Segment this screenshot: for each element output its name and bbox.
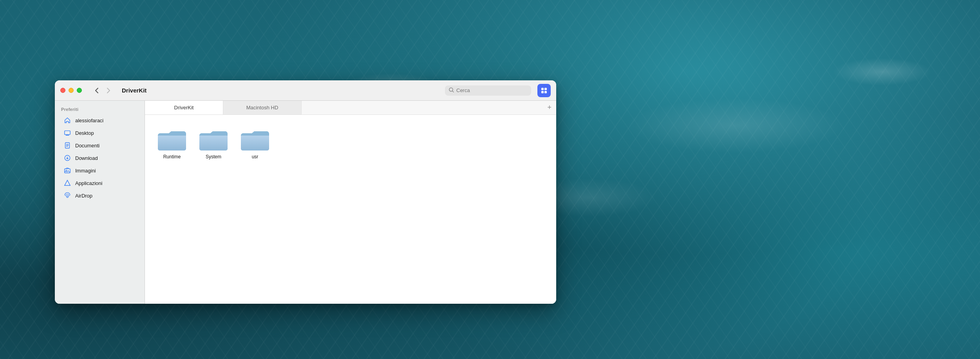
title-bar: DriverKit (55, 80, 556, 101)
file-name-runtime: Runtime (163, 154, 181, 160)
search-bar[interactable] (445, 85, 531, 96)
apps-icon (63, 179, 71, 187)
sidebar-item-label-applicazioni: Applicazioni (75, 180, 102, 186)
maximize-button[interactable] (77, 88, 82, 93)
svg-rect-2 (544, 88, 547, 90)
nav-buttons (91, 85, 114, 96)
sidebar-item-desktop[interactable]: Desktop (57, 127, 142, 139)
svg-rect-14 (199, 134, 228, 150)
sidebar-item-immagini[interactable]: Immagini (57, 164, 142, 177)
traffic-lights (60, 88, 82, 93)
sidebar-item-documenti[interactable]: Documenti (57, 139, 142, 152)
content-area: Runtime System usr (145, 115, 556, 304)
airdrop-icon (63, 192, 71, 199)
file-item-system[interactable]: System (196, 124, 231, 164)
folder-icon-runtime (158, 128, 186, 152)
path-bar: DriverKitMacintosh HD + (145, 101, 556, 115)
sidebar-item-label-alessiofaraci: alessiofaraci (75, 118, 103, 123)
download-icon (63, 154, 71, 162)
sidebar-item-label-airdrop: AirDrop (75, 193, 92, 199)
file-name-usr: usr (252, 154, 259, 160)
svg-rect-5 (65, 131, 70, 135)
sidebar-item-label-download: Download (75, 155, 98, 161)
grid-view-button[interactable] (537, 84, 551, 97)
sidebar-item-label-immagini: Immagini (75, 168, 96, 174)
add-tab-button[interactable]: + (542, 101, 556, 114)
sidebar-item-download[interactable]: Download (57, 152, 142, 164)
home-icon (63, 116, 71, 124)
desktop-icon (63, 129, 71, 137)
folder-icon-usr (241, 128, 269, 152)
sidebar-item-applicazioni[interactable]: Applicazioni (57, 177, 142, 189)
search-icon (449, 87, 454, 94)
sidebar-item-label-documenti: Documenti (75, 143, 99, 149)
sidebar-section-label: Preferiti (55, 105, 145, 114)
folder-icon-system (199, 128, 228, 152)
svg-rect-16 (241, 134, 269, 150)
sidebar-item-label-desktop: Desktop (75, 130, 94, 136)
svg-point-9 (66, 170, 67, 171)
svg-point-10 (67, 196, 69, 198)
sidebar-item-alessiofaraci[interactable]: alessiofaraci (57, 114, 142, 127)
svg-rect-1 (541, 88, 544, 90)
file-name-system: System (206, 154, 221, 160)
forward-button[interactable] (103, 85, 114, 96)
window-title: DriverKit (122, 87, 442, 94)
path-tabs: DriverKitMacintosh HD (145, 101, 542, 114)
finder-window: DriverKit Preferiti (55, 80, 556, 304)
file-item-usr[interactable]: usr (237, 124, 273, 164)
sidebar-items: alessiofaraci Desktop Documenti Download… (55, 114, 145, 202)
file-item-runtime[interactable]: Runtime (154, 124, 190, 164)
search-input[interactable] (456, 87, 519, 93)
window-body: Preferiti alessiofaraci Desktop Document… (55, 101, 556, 304)
main-content: DriverKitMacintosh HD + Runtime System (145, 101, 556, 304)
svg-rect-3 (541, 91, 544, 93)
file-grid: Runtime System usr (154, 124, 547, 164)
document-icon (63, 141, 71, 149)
sidebar-item-airdrop[interactable]: AirDrop (57, 189, 142, 202)
images-icon (63, 167, 71, 174)
svg-rect-4 (544, 91, 547, 93)
minimize-button[interactable] (69, 88, 74, 93)
close-button[interactable] (60, 88, 65, 93)
tab-driverkit[interactable]: DriverKit (145, 101, 223, 114)
back-button[interactable] (91, 85, 102, 96)
sidebar: Preferiti alessiofaraci Desktop Document… (55, 101, 145, 304)
svg-rect-12 (158, 134, 186, 150)
svg-rect-8 (65, 169, 70, 173)
tab-macintosh[interactable]: Macintosh HD (223, 101, 302, 114)
